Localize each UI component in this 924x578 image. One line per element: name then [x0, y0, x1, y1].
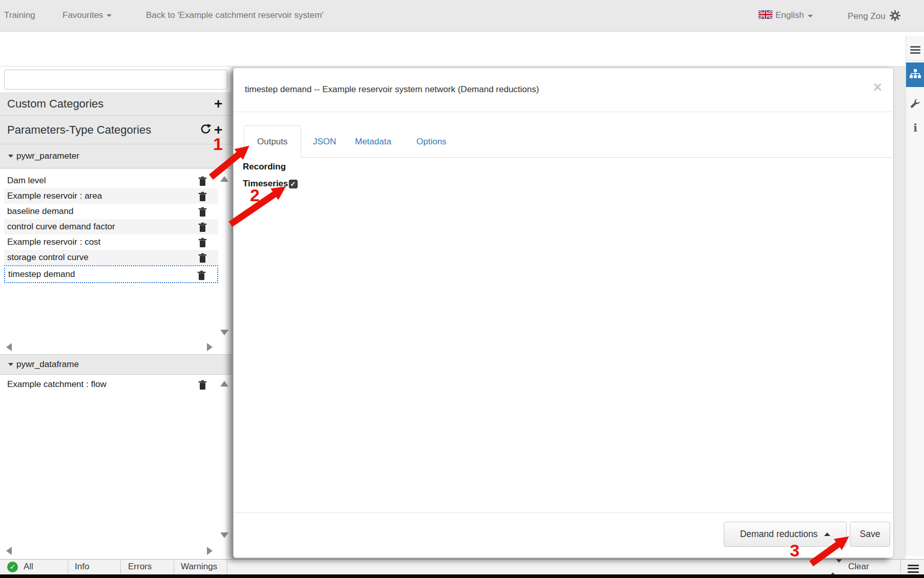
- parameter-list-item[interactable]: baseline demand: [4, 204, 218, 219]
- top-navigation-bar: Training Favourites Back to 'Example cat…: [0, 0, 924, 32]
- parameter-list-item[interactable]: Dam level: [4, 173, 218, 188]
- tab-outputs[interactable]: Outputs: [244, 125, 301, 158]
- pywr-dataframe-list: Example catchment : flow: [4, 377, 218, 392]
- rail-tools-button[interactable]: [906, 93, 924, 116]
- uk-flag-icon: [759, 10, 772, 22]
- application-window: Training Favourites Back to 'Example cat…: [0, 0, 924, 578]
- group-name: pywr_dataframe: [16, 359, 79, 370]
- add-parameter-type-icon[interactable]: +: [214, 123, 222, 137]
- app-brand[interactable]: Training: [4, 10, 35, 20]
- chevron-down-icon: [107, 14, 112, 17]
- trash-icon[interactable]: [198, 222, 207, 232]
- sidebar-filter-box[interactable]: [4, 70, 227, 90]
- filter-all[interactable]: All: [24, 562, 33, 572]
- statusbar-divider: [120, 560, 121, 575]
- parameter-type-header: Parameters-Type Categories +: [0, 116, 232, 144]
- filter-info[interactable]: Info: [75, 562, 89, 572]
- collapse-caret-icon: [8, 363, 13, 366]
- trash-icon[interactable]: [198, 176, 207, 186]
- dialog-title: timestep demand -- Example reservoir sys…: [245, 84, 539, 95]
- trash-icon[interactable]: [198, 207, 207, 217]
- parameter-item-label: timestep demand: [5, 269, 75, 279]
- add-custom-category-icon[interactable]: +: [214, 97, 222, 111]
- parameter-list-item[interactable]: storage control curve: [4, 250, 218, 265]
- timeseries-checkbox[interactable]: ✓: [289, 180, 298, 188]
- sort-toggle-icon[interactable]: [830, 563, 842, 573]
- scroll-down-icon[interactable]: [220, 532, 228, 538]
- group-pywr-dataframe[interactable]: pywr_dataframe: [0, 354, 232, 375]
- filter-errors[interactable]: Errors: [128, 562, 152, 572]
- scenario-dropdown-button[interactable]: Demand reductions: [724, 522, 847, 547]
- trash-icon[interactable]: [198, 191, 207, 201]
- status-bar: ✓ All Info Errors Warnings Clear: [0, 559, 924, 574]
- statusbar-divider: [68, 560, 68, 575]
- group-pywr-parameter[interactable]: pywr_parameter: [0, 144, 232, 168]
- trash-icon[interactable]: [198, 253, 207, 263]
- dialog-footer: Demand reductions Save: [234, 512, 893, 558]
- trash-icon[interactable]: [197, 269, 206, 279]
- rail-menu-button[interactable]: [906, 40, 924, 60]
- check-icon: ✓: [289, 180, 297, 188]
- custom-categories-title: Custom Categories: [7, 97, 103, 111]
- statusbar-divider: [227, 560, 227, 575]
- scroll-down-icon[interactable]: [220, 330, 228, 335]
- trash-icon[interactable]: [198, 380, 207, 390]
- back-link[interactable]: Back to 'Example catchment reservoir sys…: [146, 10, 324, 20]
- timeseries-label: Timeseries: [243, 179, 288, 189]
- scroll-right-icon[interactable]: [207, 343, 213, 351]
- tab-options[interactable]: Options: [404, 126, 459, 158]
- parameter-list-item[interactable]: Example catchment : flow: [4, 377, 218, 392]
- close-icon[interactable]: ×: [873, 79, 882, 95]
- parameter-list-item[interactable]: timestep demand: [4, 265, 218, 283]
- rail-info-button[interactable]: i: [906, 117, 924, 139]
- rail-network-tree-button[interactable]: [906, 62, 924, 87]
- language-menu[interactable]: English: [759, 10, 813, 22]
- wrench-icon: [910, 98, 920, 111]
- user-menu[interactable]: Peng Zou: [848, 10, 900, 24]
- parameter-item-label: Example reservoir : area: [4, 191, 102, 201]
- scroll-right-icon[interactable]: [207, 547, 213, 555]
- save-button[interactable]: Save: [850, 522, 890, 547]
- statusbar-divider: [174, 560, 174, 575]
- recording-heading: Recording: [243, 162, 884, 172]
- parameter-list-item[interactable]: Example reservoir : area: [4, 188, 218, 204]
- dialog-header: timestep demand -- Example reservoir sys…: [234, 68, 893, 112]
- dialog-tab-bar: Outputs JSON Metadata Options: [234, 112, 893, 158]
- parameter-list-item[interactable]: control curve demand factor: [4, 219, 218, 234]
- status-ok-icon[interactable]: ✓: [7, 562, 18, 572]
- scroll-up-icon[interactable]: [220, 176, 228, 182]
- right-tool-rail: i: [906, 36, 924, 556]
- trash-icon[interactable]: [198, 238, 207, 247]
- chevron-down-icon: [808, 15, 813, 17]
- favourites-menu[interactable]: Favourites: [62, 10, 112, 20]
- parameter-list-item[interactable]: Example reservoir : cost: [4, 234, 218, 250]
- parameter-dialog: timestep demand -- Example reservoir sys…: [233, 68, 894, 558]
- sitemap-icon: [910, 69, 921, 80]
- statusbar-menu-icon[interactable]: [908, 563, 919, 574]
- statusbar-divider: [900, 560, 901, 575]
- window-edge: [0, 574, 924, 578]
- info-icon: i: [913, 122, 917, 134]
- user-name: Peng Zou: [848, 11, 886, 21]
- tab-metadata[interactable]: Metadata: [342, 126, 404, 158]
- hamburger-icon: [910, 45, 920, 55]
- parameter-type-title: Parameters-Type Categories: [7, 123, 151, 137]
- group-name: pywr_parameter: [16, 151, 79, 161]
- clear-log-button[interactable]: Clear: [848, 562, 869, 572]
- parameter-item-label: Example reservoir : cost: [4, 237, 100, 247]
- language-label: English: [775, 10, 804, 20]
- scroll-left-icon[interactable]: [6, 547, 12, 555]
- chevron-up-icon: [824, 532, 830, 536]
- pywr-parameter-list: Dam levelExample reservoir : areabaselin…: [4, 173, 218, 283]
- category-headers: Custom Categories + Parameters-Type Cate…: [0, 92, 232, 169]
- scroll-up-icon[interactable]: [220, 381, 228, 387]
- parameter-item-label: Dam level: [4, 176, 46, 185]
- filter-warnings[interactable]: Warnings: [181, 562, 217, 572]
- custom-categories-header: Custom Categories +: [0, 92, 232, 116]
- refresh-icon[interactable]: [200, 123, 212, 137]
- outputs-tab-panel: Recording Timeseries ✓: [234, 158, 893, 193]
- gear-icon: [890, 10, 900, 24]
- parameter-item-label: control curve demand factor: [4, 222, 115, 231]
- scroll-left-icon[interactable]: [6, 343, 12, 351]
- parameter-item-label: baseline demand: [4, 206, 73, 216]
